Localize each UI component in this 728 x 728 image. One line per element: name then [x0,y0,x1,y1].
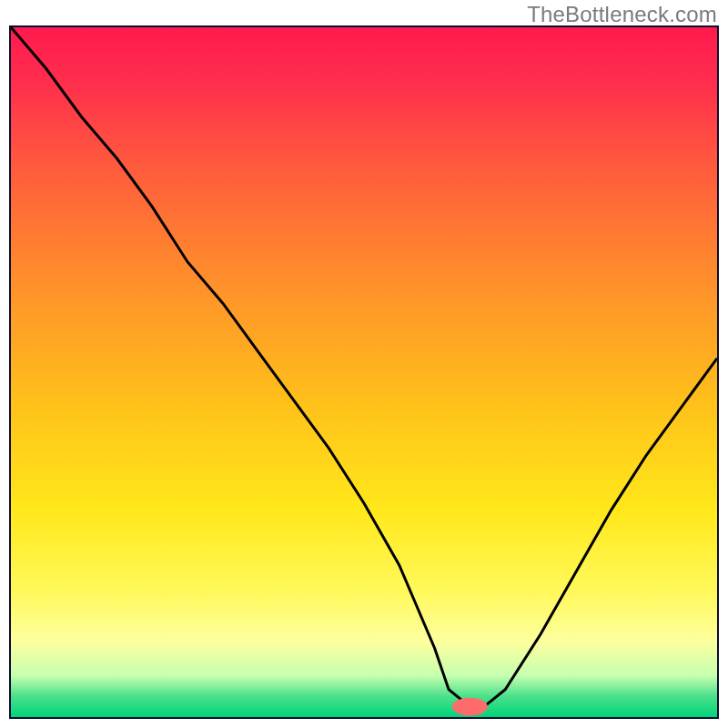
optimal-marker [452,698,488,716]
curve-layer [11,27,717,717]
bottleneck-curve [11,27,717,707]
bottleneck-chart: TheBottleneck.com [0,0,728,728]
watermark-text: TheBottleneck.com [527,2,717,27]
plot-area [9,25,719,719]
